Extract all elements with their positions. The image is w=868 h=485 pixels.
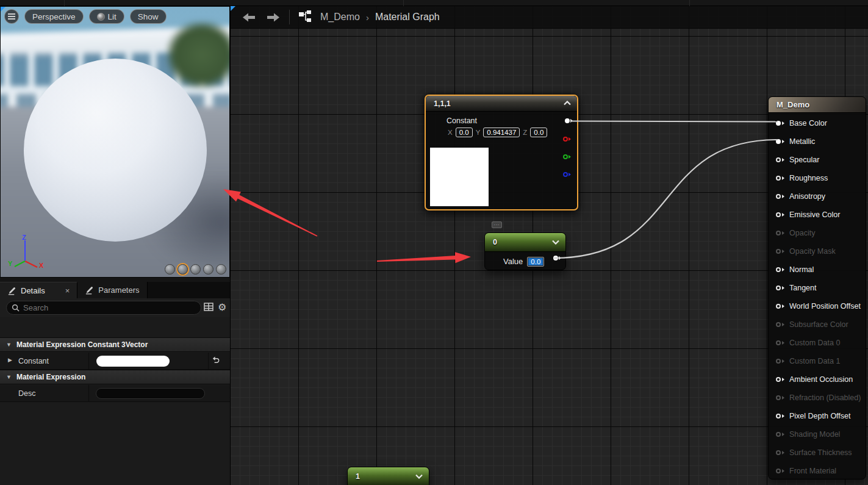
pin-circle-icon bbox=[776, 267, 781, 272]
pin-label: Pixel Depth Offset bbox=[789, 412, 851, 420]
preview-viewport[interactable]: Perspective Lit Show Z X Y bbox=[0, 6, 230, 278]
breadcrumb-material[interactable]: M_Demo bbox=[320, 12, 360, 23]
cylinder-preview-button[interactable] bbox=[165, 264, 175, 275]
axis-y-label: Y bbox=[8, 260, 13, 267]
z-input[interactable]: 0.0 bbox=[530, 128, 547, 137]
material-output-pin[interactable]: Specular bbox=[769, 151, 867, 169]
scalar-parameter-node-bottom[interactable]: 1 bbox=[347, 467, 429, 485]
material-output-pin[interactable]: Anisotropy bbox=[769, 187, 867, 206]
search-box[interactable] bbox=[6, 301, 201, 315]
section-header-material-expression[interactable]: ▼ Material Expression bbox=[0, 370, 230, 384]
pin-arrow-icon bbox=[782, 451, 784, 454]
lit-label: Lit bbox=[108, 12, 117, 21]
g-output-pin[interactable] bbox=[563, 154, 572, 159]
display-filter-icon[interactable] bbox=[204, 302, 213, 312]
pin-label: Normal bbox=[789, 265, 814, 274]
rgb-output-pin[interactable] bbox=[565, 118, 573, 123]
pin-arrow-icon bbox=[782, 433, 784, 436]
expander-icon[interactable]: ▶ bbox=[8, 357, 12, 363]
material-output-pin[interactable]: Refraction (Disabled) bbox=[769, 389, 867, 407]
tab-details-label: Details bbox=[21, 286, 45, 295]
node-header[interactable]: 1,1,1 bbox=[426, 96, 577, 112]
material-output-pin[interactable]: Normal bbox=[769, 260, 867, 279]
material-output-pin[interactable]: Custom Data 1 bbox=[769, 352, 867, 370]
material-output-pin[interactable]: Front Material bbox=[769, 462, 867, 480]
material-output-pin[interactable]: Pixel Depth Offset bbox=[769, 407, 867, 425]
pin-label: Custom Data 0 bbox=[789, 339, 840, 347]
r-output-pin[interactable] bbox=[563, 137, 572, 142]
tab-details[interactable]: Details × bbox=[0, 282, 77, 298]
breadcrumb-current[interactable]: Material Graph bbox=[375, 12, 440, 23]
section-title: Material Expression bbox=[16, 373, 85, 381]
node-header[interactable]: 1 bbox=[348, 467, 429, 485]
pin-circle-icon bbox=[776, 231, 781, 235]
material-output-pin[interactable]: Subsurface Color bbox=[769, 315, 867, 334]
color-swatch[interactable] bbox=[96, 356, 170, 367]
pin-circle-icon bbox=[776, 157, 781, 162]
search-input[interactable] bbox=[23, 303, 170, 312]
material-output-pin[interactable]: Opacity bbox=[769, 224, 867, 242]
material-graph-canvas[interactable]: M_Demo › Material Graph 1,1,1 Constant X… bbox=[230, 6, 868, 485]
pin-circle-icon bbox=[563, 137, 568, 142]
close-icon[interactable]: × bbox=[65, 286, 70, 295]
constant3vector-node[interactable]: 1,1,1 Constant X 0.0 Y 0.941437 Z 0.0 bbox=[425, 95, 578, 210]
panel-focus-corner bbox=[1, 7, 5, 12]
pin-label: Subsurface Color bbox=[789, 320, 848, 329]
collapse-chevron-up-icon[interactable] bbox=[564, 101, 571, 106]
value-input[interactable]: 0.0 bbox=[527, 257, 544, 267]
desc-input[interactable] bbox=[96, 388, 205, 399]
node-comment-bubble-icon[interactable]: ... bbox=[492, 221, 502, 228]
scalar-parameter-node[interactable]: 0 Value 0.0 bbox=[484, 232, 566, 270]
expand-chevron-down-icon[interactable] bbox=[415, 474, 423, 479]
lit-mode-button[interactable]: Lit bbox=[89, 9, 124, 24]
x-label: X bbox=[448, 129, 453, 136]
strip-divider bbox=[689, 0, 690, 6]
y-input[interactable]: 0.941437 bbox=[483, 128, 520, 137]
material-output-pin[interactable]: Emissive Color bbox=[769, 206, 867, 224]
pin-arrow-icon bbox=[570, 119, 573, 123]
gear-icon[interactable]: ⚙ bbox=[218, 302, 226, 313]
material-output-pin[interactable]: World Position Offset bbox=[769, 297, 867, 315]
expand-chevron-down-icon[interactable] bbox=[552, 240, 559, 245]
back-arrow-icon[interactable] bbox=[243, 13, 255, 22]
section-header-constant3vector[interactable]: ▼ Material Expression Constant 3Vector bbox=[0, 337, 230, 352]
value-output-pin[interactable] bbox=[553, 256, 562, 260]
material-output-pin[interactable]: Opacity Mask bbox=[769, 242, 867, 260]
perspective-button[interactable]: Perspective bbox=[24, 9, 84, 24]
pin-circle-icon bbox=[776, 304, 781, 309]
node-title: 1,1,1 bbox=[426, 99, 451, 108]
node-header[interactable]: M_Demo bbox=[769, 97, 866, 113]
pin-arrow-icon bbox=[782, 268, 784, 271]
material-output-pin[interactable]: Base Color bbox=[769, 114, 867, 132]
x-input[interactable]: 0.0 bbox=[456, 128, 473, 137]
pin-label: Opacity bbox=[789, 229, 815, 237]
material-output-pin[interactable]: Surface Thickness bbox=[769, 444, 867, 462]
material-output-pin[interactable]: Shading Model bbox=[769, 425, 867, 444]
tab-parameters[interactable]: Parameters bbox=[77, 282, 147, 298]
forward-arrow-icon[interactable] bbox=[267, 13, 279, 22]
pin-label: Opacity Mask bbox=[789, 247, 836, 256]
reset-to-default-icon[interactable] bbox=[211, 356, 220, 365]
material-result-node[interactable]: M_Demo Base Color Metallic bbox=[768, 96, 866, 480]
color-preview-swatch bbox=[430, 148, 489, 206]
toolbar-divider bbox=[289, 10, 290, 24]
pin-circle-icon bbox=[565, 118, 570, 123]
cube-preview-button[interactable] bbox=[203, 264, 213, 275]
sphere-preview-button[interactable] bbox=[178, 264, 188, 275]
material-output-pin[interactable]: Ambient Occlusion bbox=[769, 370, 867, 389]
material-output-pin[interactable]: Custom Data 0 bbox=[769, 334, 867, 352]
material-output-pin[interactable]: Tangent bbox=[769, 279, 867, 297]
node-header[interactable]: 0 bbox=[485, 233, 565, 252]
plane-preview-button[interactable] bbox=[190, 264, 201, 275]
show-button[interactable]: Show bbox=[130, 9, 167, 24]
b-output-pin[interactable] bbox=[563, 172, 572, 177]
window-top-strip bbox=[0, 0, 868, 6]
pin-arrow-icon bbox=[782, 195, 784, 198]
pin-circle-icon bbox=[776, 286, 781, 290]
material-output-pin[interactable]: Roughness bbox=[769, 169, 867, 187]
material-output-pin[interactable]: Metallic bbox=[769, 132, 867, 151]
pin-arrow-icon bbox=[569, 155, 571, 159]
custom-mesh-preview-button[interactable] bbox=[216, 264, 226, 275]
viewport-menu-button[interactable] bbox=[4, 9, 19, 24]
pin-label: Anisotropy bbox=[789, 192, 825, 201]
